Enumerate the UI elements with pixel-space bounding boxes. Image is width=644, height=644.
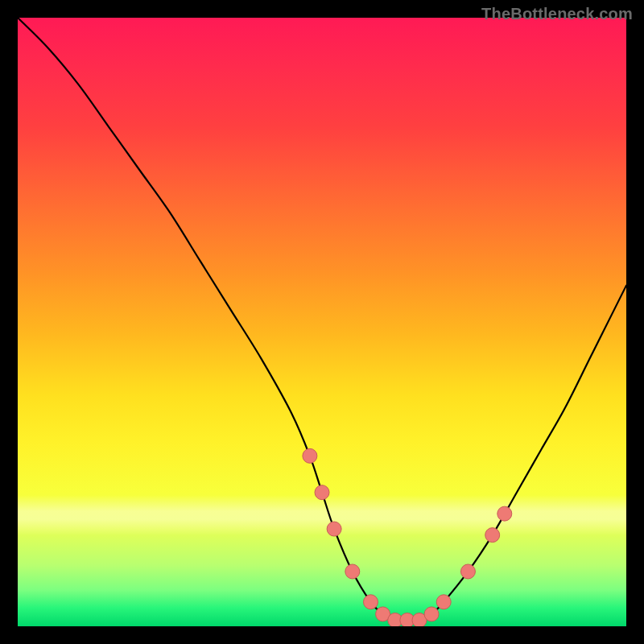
data-marker	[485, 528, 500, 543]
watermark-text: TheBottleneck.com	[481, 5, 633, 23]
plot-area	[18, 18, 626, 626]
data-marker	[345, 564, 360, 579]
data-marker	[424, 607, 439, 621]
bottleneck-curve	[18, 18, 626, 621]
data-marker	[315, 485, 329, 500]
marker-group	[303, 448, 512, 626]
data-marker	[460, 564, 475, 579]
data-marker	[436, 595, 451, 609]
data-marker	[303, 448, 317, 463]
data-marker	[497, 506, 512, 521]
data-marker	[363, 595, 378, 609]
chart-frame: TheBottleneck.com	[0, 0, 644, 644]
data-marker	[327, 522, 341, 536]
curve-layer	[18, 18, 626, 626]
